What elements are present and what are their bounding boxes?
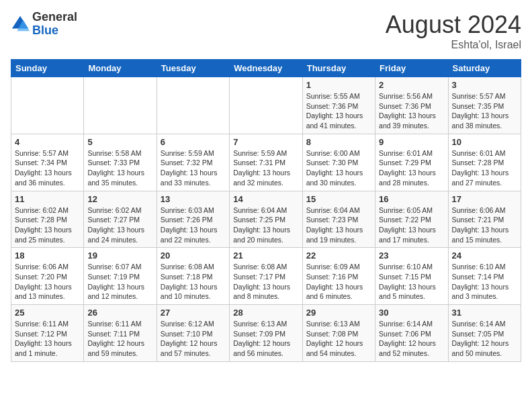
day-info: Sunrise: 6:06 AM Sunset: 7:21 PM Dayligh… <box>452 205 517 245</box>
day-number: 22 <box>306 250 371 261</box>
day-info: Sunrise: 5:56 AM Sunset: 7:36 PM Dayligh… <box>379 91 444 131</box>
calendar-cell <box>11 77 84 134</box>
day-number: 12 <box>87 194 152 204</box>
calendar-cell: 9Sunrise: 6:01 AM Sunset: 7:29 PM Daylig… <box>375 134 448 191</box>
title-block: August 2024 Eshta'ol, Israel <box>386 11 521 51</box>
day-info: Sunrise: 6:02 AM Sunset: 7:28 PM Dayligh… <box>15 205 80 245</box>
calendar-cell: 14Sunrise: 6:04 AM Sunset: 7:25 PM Dayli… <box>230 191 302 248</box>
calendar-cell: 29Sunrise: 6:13 AM Sunset: 7:08 PM Dayli… <box>302 305 375 362</box>
day-info: Sunrise: 6:01 AM Sunset: 7:28 PM Dayligh… <box>452 148 517 188</box>
calendar-cell: 3Sunrise: 5:57 AM Sunset: 7:35 PM Daylig… <box>448 77 521 134</box>
calendar-week-row: 4Sunrise: 5:57 AM Sunset: 7:34 PM Daylig… <box>11 134 521 191</box>
day-info: Sunrise: 6:11 AM Sunset: 7:11 PM Dayligh… <box>87 319 152 359</box>
day-number: 31 <box>452 308 517 318</box>
calendar-cell: 11Sunrise: 6:02 AM Sunset: 7:28 PM Dayli… <box>11 191 84 248</box>
day-info: Sunrise: 5:59 AM Sunset: 7:31 PM Dayligh… <box>233 148 298 188</box>
day-number: 17 <box>452 194 517 204</box>
calendar-cell: 25Sunrise: 6:11 AM Sunset: 7:12 PM Dayli… <box>11 305 84 362</box>
day-number: 15 <box>306 194 371 204</box>
calendar-cell: 27Sunrise: 6:12 AM Sunset: 7:10 PM Dayli… <box>157 305 229 362</box>
day-number: 23 <box>379 250 444 261</box>
day-header-saturday: Saturday <box>448 60 521 77</box>
day-number: 21 <box>233 250 298 261</box>
calendar-cell: 10Sunrise: 6:01 AM Sunset: 7:28 PM Dayli… <box>448 134 521 191</box>
day-info: Sunrise: 6:13 AM Sunset: 7:09 PM Dayligh… <box>233 319 298 359</box>
day-number: 7 <box>233 137 298 147</box>
day-info: Sunrise: 6:14 AM Sunset: 7:06 PM Dayligh… <box>379 319 444 359</box>
day-header-sunday: Sunday <box>11 60 84 77</box>
day-header-thursday: Thursday <box>302 60 375 77</box>
calendar-cell: 1Sunrise: 5:55 AM Sunset: 7:36 PM Daylig… <box>302 77 375 134</box>
day-number: 30 <box>379 308 444 318</box>
calendar-cell <box>230 77 302 134</box>
calendar-week-row: 1Sunrise: 5:55 AM Sunset: 7:36 PM Daylig… <box>11 77 521 134</box>
page-header: General Blue August 2024 Eshta'ol, Israe… <box>11 11 521 51</box>
day-number: 11 <box>15 194 80 204</box>
day-info: Sunrise: 6:01 AM Sunset: 7:29 PM Dayligh… <box>379 148 444 188</box>
day-info: Sunrise: 6:08 AM Sunset: 7:18 PM Dayligh… <box>161 262 226 302</box>
day-info: Sunrise: 6:00 AM Sunset: 7:30 PM Dayligh… <box>306 148 371 188</box>
day-number: 9 <box>379 137 444 147</box>
day-info: Sunrise: 5:59 AM Sunset: 7:32 PM Dayligh… <box>161 148 226 188</box>
calendar-cell: 28Sunrise: 6:13 AM Sunset: 7:09 PM Dayli… <box>230 305 302 362</box>
day-info: Sunrise: 6:06 AM Sunset: 7:20 PM Dayligh… <box>15 262 80 302</box>
day-number: 25 <box>15 308 80 318</box>
day-number: 27 <box>161 308 226 318</box>
calendar-cell: 13Sunrise: 6:03 AM Sunset: 7:26 PM Dayli… <box>157 191 229 248</box>
calendar-week-row: 18Sunrise: 6:06 AM Sunset: 7:20 PM Dayli… <box>11 248 521 305</box>
day-info: Sunrise: 6:14 AM Sunset: 7:05 PM Dayligh… <box>452 319 517 359</box>
day-number: 29 <box>306 308 371 318</box>
day-number: 28 <box>233 308 298 318</box>
day-info: Sunrise: 5:57 AM Sunset: 7:35 PM Dayligh… <box>452 91 517 131</box>
day-info: Sunrise: 6:08 AM Sunset: 7:17 PM Dayligh… <box>233 262 298 302</box>
day-info: Sunrise: 6:09 AM Sunset: 7:16 PM Dayligh… <box>306 262 371 302</box>
day-info: Sunrise: 6:11 AM Sunset: 7:12 PM Dayligh… <box>15 319 80 359</box>
calendar-cell: 21Sunrise: 6:08 AM Sunset: 7:17 PM Dayli… <box>230 248 302 305</box>
logo-general-text: General <box>32 11 77 24</box>
day-info: Sunrise: 6:04 AM Sunset: 7:25 PM Dayligh… <box>233 205 298 245</box>
calendar-cell: 16Sunrise: 6:05 AM Sunset: 7:22 PM Dayli… <box>375 191 448 248</box>
calendar-cell: 17Sunrise: 6:06 AM Sunset: 7:21 PM Dayli… <box>448 191 521 248</box>
day-number: 14 <box>233 194 298 204</box>
calendar-cell: 19Sunrise: 6:07 AM Sunset: 7:19 PM Dayli… <box>84 248 157 305</box>
month-year-title: August 2024 <box>386 11 521 39</box>
day-number: 20 <box>161 250 226 261</box>
day-info: Sunrise: 6:02 AM Sunset: 7:27 PM Dayligh… <box>87 205 152 245</box>
day-number: 26 <box>87 308 152 318</box>
day-info: Sunrise: 5:57 AM Sunset: 7:34 PM Dayligh… <box>15 148 80 188</box>
day-info: Sunrise: 6:10 AM Sunset: 7:15 PM Dayligh… <box>379 262 444 302</box>
calendar-cell: 15Sunrise: 6:04 AM Sunset: 7:23 PM Dayli… <box>302 191 375 248</box>
day-number: 16 <box>379 194 444 204</box>
day-info: Sunrise: 5:58 AM Sunset: 7:33 PM Dayligh… <box>87 148 152 188</box>
calendar-week-row: 11Sunrise: 6:02 AM Sunset: 7:28 PM Dayli… <box>11 191 521 248</box>
location-subtitle: Eshta'ol, Israel <box>386 39 521 51</box>
day-number: 1 <box>306 80 371 90</box>
calendar-cell: 8Sunrise: 6:00 AM Sunset: 7:30 PM Daylig… <box>302 134 375 191</box>
day-number: 6 <box>161 137 226 147</box>
day-info: Sunrise: 6:07 AM Sunset: 7:19 PM Dayligh… <box>87 262 152 302</box>
day-info: Sunrise: 6:12 AM Sunset: 7:10 PM Dayligh… <box>161 319 226 359</box>
day-info: Sunrise: 6:04 AM Sunset: 7:23 PM Dayligh… <box>306 205 371 245</box>
calendar-cell: 23Sunrise: 6:10 AM Sunset: 7:15 PM Dayli… <box>375 248 448 305</box>
calendar-week-row: 25Sunrise: 6:11 AM Sunset: 7:12 PM Dayli… <box>11 305 521 362</box>
day-number: 2 <box>379 80 444 90</box>
calendar-cell <box>84 77 157 134</box>
day-number: 3 <box>452 80 517 90</box>
logo-icon <box>11 15 30 34</box>
day-header-friday: Friday <box>375 60 448 77</box>
calendar-cell: 31Sunrise: 6:14 AM Sunset: 7:05 PM Dayli… <box>448 305 521 362</box>
logo: General Blue <box>11 11 77 38</box>
day-header-monday: Monday <box>84 60 157 77</box>
day-info: Sunrise: 6:10 AM Sunset: 7:14 PM Dayligh… <box>452 262 517 302</box>
day-info: Sunrise: 6:05 AM Sunset: 7:22 PM Dayligh… <box>379 205 444 245</box>
calendar-cell: 7Sunrise: 5:59 AM Sunset: 7:31 PM Daylig… <box>230 134 302 191</box>
day-number: 19 <box>87 250 152 261</box>
calendar-cell: 12Sunrise: 6:02 AM Sunset: 7:27 PM Dayli… <box>84 191 157 248</box>
day-number: 13 <box>161 194 226 204</box>
day-number: 4 <box>15 137 80 147</box>
day-header-tuesday: Tuesday <box>157 60 229 77</box>
calendar-cell: 6Sunrise: 5:59 AM Sunset: 7:32 PM Daylig… <box>157 134 229 191</box>
calendar-header-row: SundayMondayTuesdayWednesdayThursdayFrid… <box>11 60 521 77</box>
day-number: 24 <box>452 250 517 261</box>
day-number: 5 <box>87 137 152 147</box>
